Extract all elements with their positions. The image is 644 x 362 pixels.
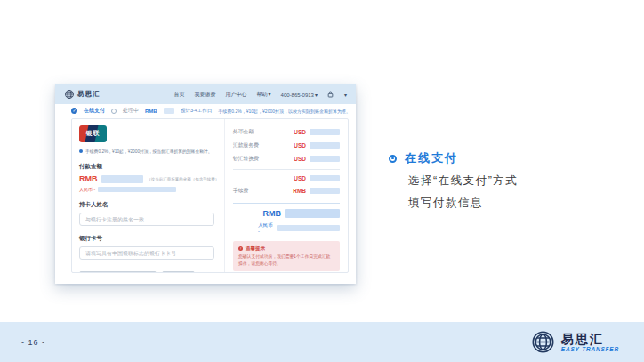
page-number: - 16 - (21, 338, 45, 347)
amount-sub-row: 人民币 - (79, 187, 217, 192)
payment-form: 银联 手续费0.2%，¥10起，¥2000封顶，按当前汇率折算的到账金额计。 付… (72, 119, 225, 272)
unionpay-logo: 银联 (79, 125, 107, 142)
fee-label: 手续费 (233, 187, 248, 195)
summary-currency: USD (294, 129, 306, 135)
amount-row: RMB （按当前汇率折算的金额（包含手续费）） (79, 174, 217, 183)
amount-note: （按当前汇率折算的金额（包含手续费）） (147, 177, 217, 181)
summary-fee-row: 手续费 RMB (233, 187, 340, 195)
annotation-block: 在线支付 选择“在线支付”方式 填写付款信息 (389, 150, 602, 211)
fee-currency: RMB (293, 188, 306, 194)
redacted-value (310, 175, 340, 181)
summary-row: 外币金额 USD (233, 128, 340, 136)
nav-item-pay[interactable]: 我要缴费 (195, 91, 216, 99)
annotation-title: 在线支付 (405, 150, 458, 166)
total-sub-row: 人民币 - (233, 222, 340, 234)
step-check-icon (71, 108, 77, 114)
nav-item-user-center[interactable]: 用户中心 (226, 91, 247, 99)
redacted-total (285, 209, 340, 218)
app-logo-label: 易思汇 (77, 90, 101, 99)
redacted-value (310, 142, 340, 149)
step-pending-icon (111, 109, 117, 114)
nav-item-home[interactable]: 首页 (174, 91, 185, 99)
slide: 易思汇 首页 我要缴费 用户中心 帮助 400-865-0913 在线支付 处理 (0, 0, 644, 362)
fee-tip-text: 手续费0.2%，¥10起，¥2000封顶，按当前汇率折算的到账金额计。 (85, 149, 213, 154)
nav-links: 首页 我要缴费 用户中心 帮助 400-865-0913 (174, 91, 347, 99)
payment-summary: 外币金额 USD 汇款服务费 USD 钞汇转换费 USD USD 手续费 RM (225, 119, 348, 272)
discount-options: 免费领卡，本次手续费9折 不打折 (79, 271, 217, 272)
footer-bar: - 16 - 易思汇 EASY TRANSFER (0, 322, 644, 362)
payment-form-card: 银联 手续费0.2%，¥10起，¥2000封顶，按当前汇率折算的到账金额计。 付… (71, 118, 349, 273)
brand-name-cn: 易思汇 (561, 333, 619, 346)
cardholder-name-input[interactable] (79, 213, 214, 226)
fee-tip: 手续费0.2%，¥10起，¥2000封顶，按当前汇率折算的到账金额计。 (79, 149, 217, 154)
redacted-value (310, 156, 340, 162)
globe-icon (64, 89, 75, 100)
annotation-line: 选择“在线支付”方式 (408, 173, 602, 189)
unionpay-label: 银联 (79, 129, 107, 138)
app-logo[interactable]: 易思汇 (64, 89, 101, 100)
amount-sub-label: 人民币 - (79, 187, 95, 192)
amount-label: 付款金额 (79, 163, 217, 171)
redacted-total-cny (277, 225, 340, 231)
discount-option-card[interactable]: 免费领卡，本次手续费9折 (79, 271, 157, 272)
annotation-title-row: 在线支付 (389, 150, 602, 166)
progress-currency: RMB (145, 109, 157, 114)
divider (233, 169, 340, 170)
divider (233, 203, 340, 204)
summary-total-row: RMB (233, 209, 340, 218)
discount-option-none[interactable]: 不打折 (162, 271, 195, 272)
summary-row-label: 外币金额 (233, 128, 254, 136)
annotation-line: 填写付款信息 (408, 196, 602, 211)
globe-icon (531, 330, 555, 354)
alert-body: 您确认支付成功后，我们需要1个工作日完成汇款操作，请您耐心等待。 (238, 253, 334, 267)
subtotal-currency: USD (294, 175, 306, 181)
total-sub-label: 人民币 - (258, 222, 274, 234)
card-number-input[interactable] (79, 246, 214, 260)
progress-deadline: 预计3-4工作日 (181, 108, 212, 114)
nav-phone[interactable]: 400-865-0913 (281, 92, 318, 98)
info-dot-icon (79, 149, 83, 153)
alert-title: 温馨提示 (246, 245, 265, 252)
bullet-icon (389, 155, 397, 163)
redacted-amount-cny (98, 187, 176, 192)
progress-bar: 在线支付 处理中 RMB 预计3-4工作日 手续费0.2%，¥10起，¥2000… (55, 104, 356, 117)
card-number-label: 银行卡号 (79, 235, 217, 243)
summary-row: 汇款服务费 USD (233, 141, 340, 149)
redacted-value (310, 129, 340, 135)
summary-row-label: 汇款服务费 (233, 141, 259, 149)
total-currency: RMB (263, 209, 282, 218)
lock-icon[interactable] (327, 91, 334, 98)
app-screenshot: 易思汇 首页 我要缴费 用户中心 帮助 400-865-0913 在线支付 处理 (55, 84, 356, 284)
alert-icon (238, 246, 243, 251)
redacted-amount-value (101, 175, 144, 183)
nav-account-dropdown[interactable] (343, 92, 347, 98)
redacted-amount (164, 108, 174, 114)
summary-currency: USD (294, 142, 306, 149)
step-online-payment[interactable]: 在线支付 (84, 107, 105, 115)
notice-alert: 温馨提示 您确认支付成功后，我们需要1个工作日完成汇款操作，请您耐心等待。 (233, 241, 340, 271)
step-processing: 处理中 (123, 107, 139, 115)
summary-row: 钞汇转换费 USD (233, 155, 340, 163)
summary-row-label: 钞汇转换费 (233, 155, 259, 163)
nav-item-help[interactable]: 帮助 (257, 91, 271, 99)
app-navbar: 易思汇 首页 我要缴费 用户中心 帮助 400-865-0913 (55, 84, 356, 104)
brand-logo: 易思汇 EASY TRANSFER (531, 330, 619, 354)
progress-fee-note: 手续费0.2%，¥10起，¥2000封顶，以校方实际到账金额折算为准。 (218, 109, 350, 114)
brand-name-en: EASY TRANSFER (561, 346, 619, 352)
summary-subtotal-row: USD (233, 175, 340, 181)
summary-currency: USD (294, 156, 306, 162)
amount-currency: RMB (79, 174, 98, 183)
brand-text: 易思汇 EASY TRANSFER (561, 333, 619, 352)
redacted-value (310, 188, 340, 194)
cardholder-name-label: 持卡人姓名 (79, 201, 217, 209)
